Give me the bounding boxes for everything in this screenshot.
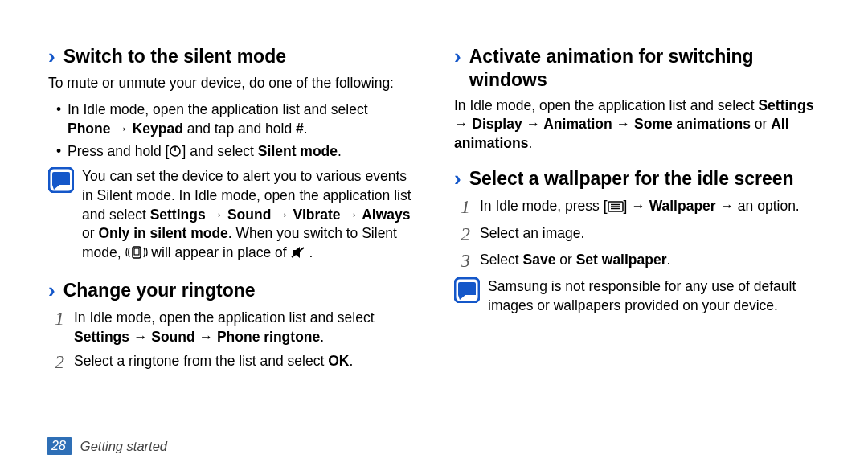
steps-list: 1 In Idle mode, open the application lis… (48, 308, 414, 374)
step-item: 3 Select Save or Set wallpaper. (454, 250, 820, 272)
bold: Save (523, 252, 556, 268)
step-item: 1 In Idle mode, press [] → Wallpaper → a… (454, 196, 820, 219)
step-number: 3 (454, 250, 470, 272)
steps-list: 1 In Idle mode, press [] → Wallpaper → a… (454, 196, 820, 272)
intro-text: To mute or unmute your device, do one of… (48, 74, 414, 93)
chevron-icon: › (454, 167, 461, 191)
text: In Idle mode, open the application list … (74, 309, 375, 326)
bold: Wallpaper (649, 198, 716, 214)
bullet-item: Press and hold [] and select Silent mode… (56, 141, 414, 162)
text: → (110, 121, 132, 137)
bold: Set wallpaper (576, 252, 667, 268)
step-item: 2 Select an image. (454, 223, 820, 246)
chevron-icon: › (48, 45, 55, 69)
step-text: Select an image. (480, 223, 820, 246)
text: will appear in place of (148, 244, 291, 260)
text: In Idle mode, open the application list … (454, 97, 758, 113)
speaker-mute-icon (291, 245, 305, 264)
text: . (305, 244, 313, 260)
step-number: 2 (454, 223, 470, 246)
bold: OK (328, 353, 349, 369)
heading-text: Switch to the silent mode (63, 45, 414, 68)
heading-animation: › Activate animation for switching windo… (454, 45, 820, 92)
text: . (304, 121, 308, 137)
text: . (528, 135, 532, 151)
body-text: In Idle mode, open the application list … (454, 96, 820, 154)
vibrate-icon (125, 245, 148, 264)
heading-ringtone: › Change your ringtone (48, 279, 414, 303)
heading-text: Change your ringtone (63, 279, 414, 302)
bullet-item: In Idle mode, open the application list … (56, 100, 414, 138)
text: In Idle mode, press [ (480, 198, 608, 214)
left-column: › Switch to the silent mode To mute or u… (48, 40, 414, 471)
step-number: 2 (48, 351, 64, 374)
step-text: Select Save or Set wallpaper. (480, 250, 820, 272)
step-number: 1 (48, 308, 64, 346)
step-item: 1 In Idle mode, open the application lis… (48, 308, 414, 346)
power-icon (169, 143, 182, 162)
text: . (667, 252, 671, 268)
bold: # (296, 121, 304, 137)
note-block: Samsung is not responsible for any use o… (454, 277, 820, 316)
bold: Only in silent mode (98, 225, 227, 241)
text: → an option. (716, 198, 800, 214)
footer-label: Getting started (80, 439, 167, 454)
note-text: Samsung is not responsible for any use o… (488, 277, 820, 316)
heading-text: Select a wallpaper for the idle screen (469, 167, 820, 190)
bullet-list: In Idle mode, open the application list … (48, 100, 414, 162)
bold: Settings → Sound → Phone ringtone (74, 329, 320, 345)
step-text: In Idle mode, open the application list … (74, 308, 414, 346)
note-icon (454, 277, 480, 303)
step-text: Select a ringtone from the list and sele… (74, 351, 414, 374)
bold: Settings → Sound → Vibrate → Always (150, 207, 411, 223)
page-number: 28 (47, 437, 72, 455)
text: or (751, 116, 771, 132)
heading-wallpaper: › Select a wallpaper for the idle screen (454, 167, 820, 191)
page-footer: 28 Getting started (47, 437, 167, 455)
bold: Phone (68, 121, 110, 137)
bold: Silent mode (258, 143, 338, 159)
chevron-icon: › (454, 45, 461, 69)
text: and tap and hold (183, 121, 296, 137)
chevron-icon: › (48, 279, 55, 303)
heading-text: Activate animation for switching windows (469, 45, 820, 92)
step-text: In Idle mode, press [] → Wallpaper → an … (480, 196, 820, 219)
text: . (349, 353, 353, 369)
manual-page: › Switch to the silent mode To mute or u… (0, 0, 868, 471)
text: Select (480, 252, 523, 268)
text: ] → (624, 198, 649, 214)
svg-rect-4 (134, 248, 139, 255)
text: . (338, 143, 342, 159)
step-item: 2 Select a ringtone from the list and se… (48, 351, 414, 374)
text: ] and select (182, 143, 257, 159)
text: or (555, 252, 575, 268)
step-number: 1 (454, 196, 470, 219)
text: . (320, 329, 324, 345)
heading-silent-mode: › Switch to the silent mode (48, 45, 414, 69)
note-block: You can set the device to alert you to v… (48, 167, 414, 264)
text: Press and hold [ (68, 143, 169, 159)
bold: Keypad (133, 121, 183, 137)
menu-icon (608, 198, 624, 217)
note-icon (48, 167, 74, 193)
note-text: You can set the device to alert you to v… (82, 167, 414, 264)
text: Select a ringtone from the list and sele… (74, 353, 328, 369)
text: or (82, 225, 98, 241)
text: In Idle mode, open the application list … (68, 101, 368, 117)
right-column: › Activate animation for switching windo… (454, 40, 820, 471)
